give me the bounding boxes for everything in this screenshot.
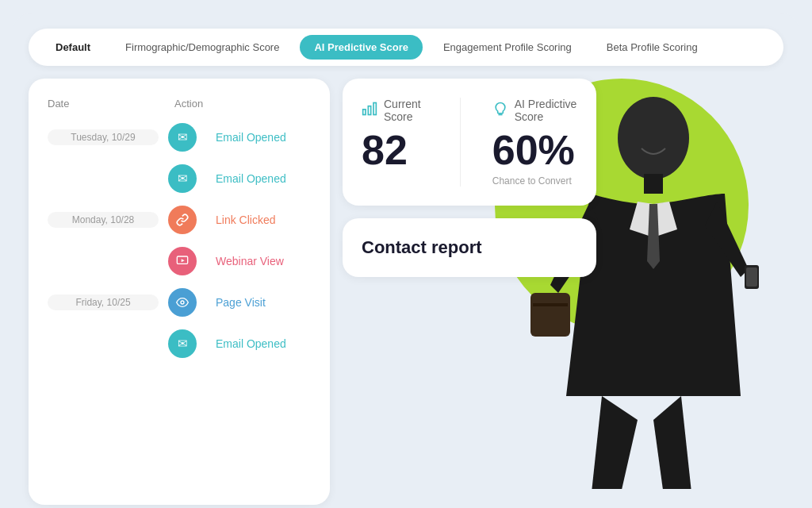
- tab-firmographic[interactable]: Firmographic/Demographic Score: [111, 35, 293, 60]
- table-row: Tuesday, 10/29 ✉ Email Opened: [48, 122, 311, 152]
- tab-default[interactable]: Default: [41, 35, 105, 60]
- svg-rect-12: [368, 106, 370, 114]
- svg-point-2: [181, 301, 184, 304]
- table-row: Monday, 10/28 Link Clicked: [48, 205, 311, 235]
- action-label: Page Visit: [216, 296, 266, 309]
- predictive-score-label-row: AI Predictive Score: [492, 98, 577, 123]
- current-score-label-row: Current Score: [362, 98, 428, 123]
- current-score-label: Current Score: [384, 98, 428, 123]
- email-icon: ✉: [168, 123, 197, 152]
- eye-icon: [168, 288, 197, 317]
- svg-rect-4: [644, 174, 663, 194]
- tab-bar: Default Firmographic/Demographic Score A…: [29, 29, 783, 66]
- score-divider: [460, 98, 461, 187]
- table-row: Webinar View: [48, 246, 311, 276]
- date-label: Monday, 10/28: [48, 212, 159, 228]
- tab-beta[interactable]: Beta Profile Scoring: [592, 35, 712, 60]
- chance-to-convert-label: Chance to Convert: [492, 175, 577, 187]
- current-score-section: Current Score 82: [362, 98, 428, 187]
- webinar-icon: [168, 247, 197, 275]
- activity-header: Date Action: [48, 98, 311, 110]
- svg-rect-7: [530, 293, 570, 337]
- action-label: Email Opened: [216, 172, 286, 185]
- predictive-score-label: AI Predictive Score: [515, 98, 577, 123]
- header-action: Action: [159, 98, 311, 110]
- contact-report-title: Contact report: [362, 237, 482, 257]
- date-label: Tuesday, 10/29: [48, 129, 159, 145]
- action-label: Webinar View: [216, 255, 284, 267]
- date-label: Friday, 10/25: [48, 294, 159, 310]
- email-icon: ✉: [168, 329, 197, 358]
- svg-rect-10: [746, 267, 757, 287]
- predictive-score-value: 60%: [492, 129, 577, 171]
- action-label: Email Opened: [216, 131, 286, 144]
- score-panel: Current Score 82 AI Predicti: [343, 79, 596, 206]
- lightbulb-icon: [492, 101, 508, 121]
- svg-marker-1: [182, 259, 185, 262]
- tab-ai-predictive[interactable]: AI Predictive Score: [300, 35, 423, 60]
- svg-point-3: [618, 97, 689, 179]
- right-column: Current Score 82 AI Predicti: [343, 79, 783, 505]
- table-row: ✉ Email Opened: [48, 329, 311, 359]
- current-score-value: 82: [362, 129, 428, 171]
- link-icon: [168, 206, 197, 234]
- svg-rect-8: [533, 303, 568, 306]
- predictive-score-section: AI Predictive Score 60% Chance to Conver…: [492, 98, 577, 187]
- header-date: Date: [48, 98, 159, 110]
- main-content: Date Action Tuesday, 10/29 ✉ Email Opene…: [29, 79, 783, 505]
- tab-engagement[interactable]: Engagement Profile Scoring: [429, 35, 586, 60]
- bar-chart-icon: [362, 101, 377, 121]
- svg-rect-13: [363, 109, 366, 114]
- action-label: Email Opened: [216, 337, 286, 350]
- svg-rect-11: [373, 102, 376, 114]
- email-icon: ✉: [168, 164, 197, 193]
- table-row: Friday, 10/25 Page Visit: [48, 287, 311, 318]
- app-container: Default Firmographic/Demographic Score A…: [13, 13, 799, 508]
- contact-report-panel[interactable]: Contact report: [343, 218, 596, 277]
- table-row: ✉ Email Opened: [48, 164, 311, 194]
- activity-panel: Date Action Tuesday, 10/29 ✉ Email Opene…: [29, 79, 330, 505]
- action-label: Link Clicked: [216, 214, 275, 226]
